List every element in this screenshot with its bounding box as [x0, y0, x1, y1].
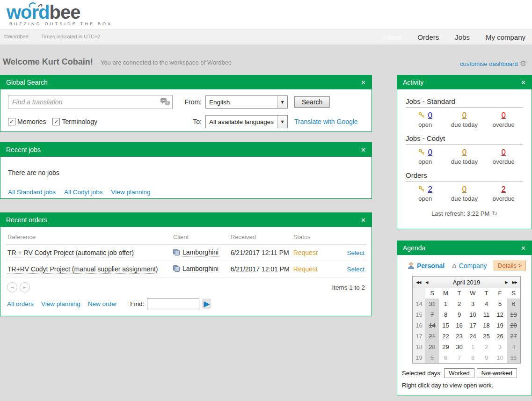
- client-link[interactable]: Lamborghini: [182, 248, 219, 257]
- calendar-day[interactable]: 16: [452, 320, 466, 331]
- calendar-day[interactable]: 25: [480, 331, 493, 342]
- calendar-day[interactable]: 28: [425, 342, 439, 352]
- open-count-link[interactable]: 0: [428, 148, 432, 157]
- overdue-count-link[interactable]: 0: [501, 148, 505, 157]
- link-view-planning[interactable]: View planning: [41, 300, 80, 307]
- tab-personal[interactable]: Personal: [408, 262, 445, 270]
- find-go-button[interactable]: ▶: [202, 299, 211, 309]
- overdue-count-link[interactable]: 0: [501, 111, 505, 120]
- calendar-day[interactable]: 8: [439, 309, 452, 320]
- calendar-day[interactable]: 1: [439, 299, 452, 309]
- link-all-orders[interactable]: All orders: [7, 300, 34, 307]
- calendar-day[interactable]: 18: [480, 320, 493, 331]
- close-icon[interactable]: ✕: [361, 146, 366, 153]
- nav-item-my-company[interactable]: My company: [486, 33, 525, 41]
- translate-with-google-link[interactable]: Translate with Google: [294, 118, 358, 125]
- calendar-day[interactable]: 5: [425, 352, 439, 363]
- calendar-day[interactable]: 10: [493, 352, 507, 363]
- gear-icon[interactable]: ⚙: [520, 60, 526, 67]
- calendar-day[interactable]: 2: [452, 299, 466, 309]
- calendar-day[interactable]: 11: [507, 352, 520, 363]
- due-today-count-link[interactable]: 0: [462, 185, 466, 194]
- nav-item-jobs[interactable]: Jobs: [455, 33, 470, 41]
- calendar-day[interactable]: 30: [452, 342, 466, 352]
- calendar-day[interactable]: 5: [493, 299, 507, 309]
- calendar-day[interactable]: 7: [452, 352, 466, 363]
- calendar-day[interactable]: 13: [507, 309, 520, 320]
- link-all-codyt-jobs[interactable]: All Codyt jobs: [64, 189, 103, 196]
- calendar-day[interactable]: 8: [466, 352, 480, 363]
- nav-item-orders[interactable]: Orders: [417, 33, 439, 41]
- due-today-count-link[interactable]: 0: [462, 148, 466, 157]
- calendar-day[interactable]: 1: [466, 342, 480, 352]
- open-count-link[interactable]: 2: [428, 185, 432, 194]
- calendar-day[interactable]: 23: [452, 331, 466, 342]
- worked-button[interactable]: Worked: [444, 368, 474, 378]
- checkbox-icon[interactable]: ✓: [8, 118, 15, 125]
- to-language-dropdown[interactable]: All available languages ▼: [205, 115, 288, 128]
- open-count-link[interactable]: 0: [428, 111, 432, 120]
- calendar-prev-year-icon[interactable]: ◀◀: [416, 280, 421, 284]
- calendar-day[interactable]: 29: [439, 342, 452, 352]
- chevron-down-icon[interactable]: ▼: [277, 96, 287, 108]
- calendar-day[interactable]: 3: [466, 299, 480, 309]
- nav-item-home[interactable]: Home: [383, 33, 401, 41]
- calendar-day[interactable]: 24: [466, 331, 480, 342]
- details-button[interactable]: Details >: [494, 261, 526, 270]
- checkbox-icon[interactable]: ✓: [52, 118, 60, 125]
- refresh-icon[interactable]: ↻: [492, 210, 497, 217]
- overdue-count-link[interactable]: 2: [501, 185, 505, 194]
- pager-prev-button[interactable]: ◄: [7, 282, 17, 292]
- customise-dashboard-link[interactable]: customise dashboard: [460, 60, 518, 67]
- find-input[interactable]: [147, 298, 199, 309]
- calendar-day[interactable]: 17: [466, 320, 480, 331]
- link-new-order[interactable]: New order: [88, 300, 117, 307]
- calendar-day[interactable]: 7: [425, 309, 439, 320]
- calendar-day[interactable]: 19: [493, 320, 507, 331]
- link-view-planning[interactable]: View planning: [111, 189, 151, 196]
- order-reference-link[interactable]: TR + RV Codyt Project (automatic job off…: [7, 249, 134, 257]
- calendar-day[interactable]: 15: [439, 320, 452, 331]
- calendar-day[interactable]: 31: [425, 299, 439, 309]
- calendar-day[interactable]: 14: [425, 320, 439, 331]
- calendar-day[interactable]: 20: [507, 320, 520, 331]
- calendar-day[interactable]: 10: [466, 309, 480, 320]
- tab-company[interactable]: ⌂ Company: [452, 262, 487, 270]
- client-link[interactable]: Lamborghini: [182, 265, 219, 273]
- close-icon[interactable]: ✕: [521, 245, 526, 252]
- checkbox-terminology[interactable]: ✓Terminology: [52, 118, 97, 125]
- calendar-day[interactable]: 9: [452, 309, 466, 320]
- order-reference-link[interactable]: TR+RV Codyt Project (manual supplier ass…: [7, 265, 158, 274]
- calendar-day[interactable]: 4: [507, 342, 520, 352]
- calendar-day[interactable]: 21: [425, 331, 439, 342]
- search-button[interactable]: Search: [294, 96, 330, 108]
- close-icon[interactable]: ✕: [361, 79, 366, 86]
- pager-next-button[interactable]: ►: [20, 282, 30, 292]
- select-link[interactable]: Select: [347, 249, 364, 256]
- calendar-day[interactable]: 6: [507, 299, 520, 309]
- calendar-next-year-icon[interactable]: ▶▶: [512, 280, 517, 284]
- close-icon[interactable]: ✕: [521, 79, 526, 86]
- calendar-day[interactable]: 9: [480, 352, 493, 363]
- due-today-count-link[interactable]: 0: [462, 111, 466, 120]
- calendar-prev-month-icon[interactable]: ◀: [425, 280, 428, 284]
- calendar-day[interactable]: 2: [480, 342, 493, 352]
- search-input[interactable]: [12, 98, 160, 106]
- not-worked-button[interactable]: Not worked: [477, 368, 517, 378]
- checkbox-memories[interactable]: ✓Memories: [8, 118, 46, 125]
- link-all-standard-jobs[interactable]: All Standard jobs: [8, 189, 56, 196]
- calendar-day[interactable]: 22: [439, 331, 452, 342]
- select-link[interactable]: Select: [347, 266, 364, 273]
- from-language-dropdown[interactable]: English ▼: [205, 95, 288, 109]
- calendar-day[interactable]: 4: [480, 299, 493, 309]
- close-icon[interactable]: ✕: [361, 217, 366, 224]
- translation-bubbles-icon[interactable]: [160, 98, 170, 106]
- calendar-day[interactable]: 12: [493, 309, 507, 320]
- calendar-next-month-icon[interactable]: ▶: [505, 280, 508, 284]
- chevron-down-icon[interactable]: ▼: [277, 116, 287, 128]
- calendar-day[interactable]: 27: [507, 331, 520, 342]
- calendar-day[interactable]: 26: [493, 331, 507, 342]
- calendar-day[interactable]: 11: [480, 309, 493, 320]
- calendar-day[interactable]: 6: [439, 352, 452, 363]
- calendar-day[interactable]: 3: [493, 342, 507, 352]
